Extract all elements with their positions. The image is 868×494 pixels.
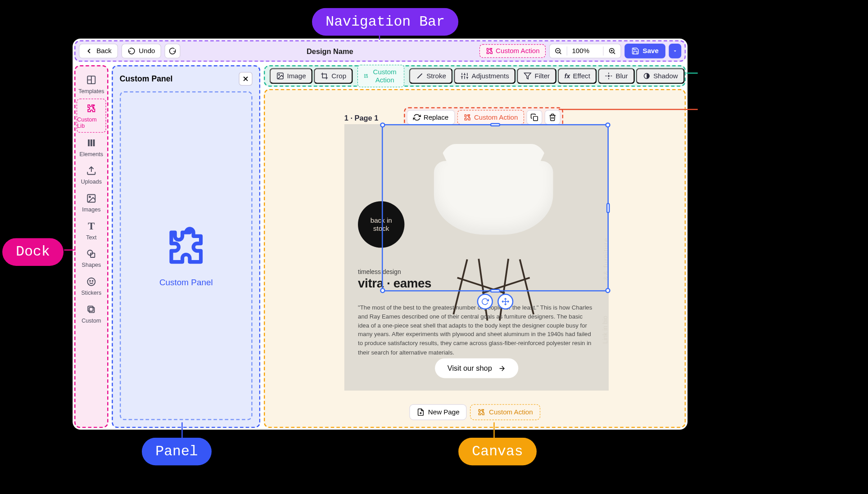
back-button[interactable]: Back <box>79 44 118 58</box>
svg-marker-37 <box>524 73 531 79</box>
shapes-icon <box>86 248 97 260</box>
brand-heading: vitra · eames <box>358 276 431 291</box>
page-label: 1 · Page 1 <box>344 114 379 122</box>
inspector-filter-button[interactable]: Filter <box>517 68 556 84</box>
dock-item-custom[interactable]: Custom <box>77 301 106 327</box>
dock-sidebar: Templates Custom Lib Elements Uploads Im… <box>74 65 108 428</box>
svg-point-38 <box>608 75 610 76</box>
visit-shop-button[interactable]: Visit our shop <box>435 358 518 378</box>
tagline-text: timeless design <box>358 268 401 275</box>
dock-item-shapes[interactable]: Shapes <box>77 245 106 271</box>
inspector-custom-action[interactable]: Custom Action <box>357 65 404 87</box>
chevron-left-icon <box>85 47 93 55</box>
canvas-bottom-custom-action[interactable]: Custom Action <box>470 404 540 420</box>
inspector-effect-button[interactable]: fx Effect <box>558 68 597 84</box>
navigation-bar: Back Undo Design Name Custom Action 100% <box>74 40 686 62</box>
inspector-label: Image <box>287 72 306 80</box>
replace-button[interactable]: Replace <box>407 110 455 125</box>
connector-line <box>181 422 183 438</box>
nav-custom-action[interactable]: Custom Action <box>479 44 546 58</box>
nav-custom-action-label: Custom Action <box>496 47 539 55</box>
annotation-canvas: Canvas <box>458 438 537 466</box>
dock-item-label: Custom <box>81 318 101 324</box>
body-copy-text: "The most of the best to the greatest nu… <box>358 303 595 357</box>
canvas-bottom-bar: New Page Custom Action <box>409 404 540 420</box>
rotated-brand-text: && furniture <box>602 238 609 280</box>
dock-item-label: Shapes <box>81 262 101 268</box>
duplicate-button[interactable] <box>526 110 542 125</box>
side-panel: Custom Panel Custom Panel <box>112 65 260 428</box>
svg-line-27 <box>417 74 422 78</box>
replace-label: Replace <box>424 113 448 121</box>
zoom-out-button[interactable] <box>550 44 567 58</box>
dock-item-images[interactable]: Images <box>77 189 106 216</box>
dock-item-label: Elements <box>80 151 104 157</box>
shadow-icon <box>642 72 651 80</box>
svg-point-20 <box>92 280 93 281</box>
annotation-navigation-bar: Navigation Bar <box>312 8 458 36</box>
undo-button[interactable]: Undo <box>121 44 161 58</box>
dock-item-label: Text <box>86 234 96 240</box>
inspector-blur-button[interactable]: Blur <box>598 68 634 84</box>
cta-label: Visit our shop <box>448 364 492 373</box>
dock-item-label: Stickers <box>81 290 101 296</box>
app-window: Back Undo Design Name Custom Action 100% <box>72 39 687 430</box>
puzzle-icon <box>463 113 471 121</box>
connector-line <box>64 249 75 251</box>
save-label: Save <box>643 47 659 55</box>
fx-icon: fx <box>565 72 570 79</box>
chair-illustration <box>378 124 609 294</box>
svg-point-18 <box>87 278 95 286</box>
inspector-bar: Image Crop Custom Action Stroke <box>264 65 686 87</box>
canvas-page[interactable]: back in stock && furniture Link in bio t… <box>344 124 609 391</box>
close-panel-button[interactable] <box>239 72 252 85</box>
inspector-adjustments-button[interactable]: Adjustments <box>454 68 516 84</box>
canvas-area[interactable]: 1 · Page 1 Replace Custom Action <box>264 89 686 428</box>
dock-item-uploads[interactable]: Uploads <box>77 162 106 188</box>
svg-rect-22 <box>88 306 93 311</box>
zoom-out-icon <box>554 47 562 55</box>
rotated-link-text: Link in bio <box>602 316 609 344</box>
undo-icon <box>127 47 136 55</box>
svg-point-15 <box>89 196 90 198</box>
delete-button[interactable] <box>545 110 561 125</box>
connector-line <box>559 109 698 110</box>
dock-item-label: Custom Lib <box>77 116 105 129</box>
save-button[interactable]: Save <box>624 44 665 58</box>
replace-icon <box>413 113 421 121</box>
stroke-icon <box>416 72 424 80</box>
new-page-label: New Page <box>428 408 460 416</box>
dock-item-stickers[interactable]: Stickers <box>77 273 106 299</box>
panel-body-label: Custom Panel <box>159 277 213 287</box>
svg-rect-11 <box>90 139 92 146</box>
dock-item-templates[interactable]: Templates <box>77 71 106 98</box>
zoom-in-button[interactable] <box>604 44 621 58</box>
inspector-image-button[interactable]: Image <box>270 68 313 84</box>
dock-item-label: Templates <box>78 88 104 94</box>
save-dropdown-button[interactable] <box>669 44 682 58</box>
zoom-control: 100% <box>549 44 621 58</box>
panel-title: Custom Panel <box>120 74 173 83</box>
inspector-shadow-button[interactable]: Shadow <box>636 68 685 84</box>
inspector-crop-button[interactable]: Crop <box>314 68 353 84</box>
dock-item-custom-lib[interactable]: Custom Lib <box>77 99 106 133</box>
zoom-value[interactable]: 100% <box>567 44 594 58</box>
inspector-stroke-button[interactable]: Stroke <box>409 68 453 84</box>
save-icon <box>631 47 639 55</box>
canvas-menu-custom-action[interactable]: Custom Action <box>457 110 524 125</box>
new-page-button[interactable]: New Page <box>409 404 467 420</box>
inspector-label: Custom Action <box>371 68 398 84</box>
bottom-custom-action-label: Custom Action <box>489 408 533 416</box>
layers-icon <box>86 304 97 315</box>
inspector-label: Blur <box>616 72 628 80</box>
caret-down-icon <box>672 47 678 55</box>
templates-icon <box>86 74 97 85</box>
dock-item-text[interactable]: T Text <box>77 217 106 244</box>
svg-point-26 <box>279 74 280 75</box>
dock-item-elements[interactable]: Elements <box>77 134 106 160</box>
arrow-right-icon <box>497 364 506 373</box>
redo-button[interactable] <box>165 44 181 58</box>
cm-custom-action-label: Custom Action <box>474 113 518 121</box>
design-name-title[interactable]: Design Name <box>184 47 476 55</box>
inspector-label: Shadow <box>653 72 678 80</box>
